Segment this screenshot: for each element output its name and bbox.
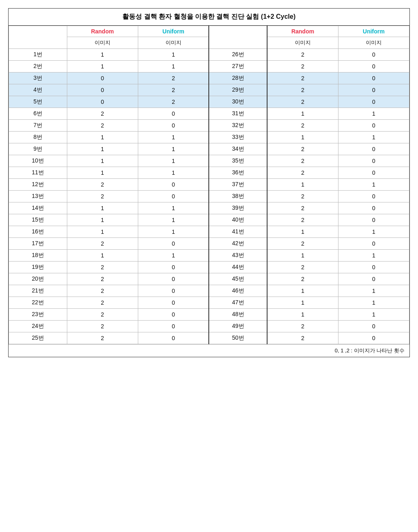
random-val-left: 1 [67,61,138,73]
uniform-val-right: 0 [338,321,409,332]
random-val-right: 2 [267,84,338,96]
random-val-left: 1 [67,202,138,214]
header-random-2: Random [267,26,338,37]
header-empty-1 [9,26,67,49]
right-id-cell: 37번 [209,179,267,191]
header-row-1: Random Uniform Random Uniform [9,26,409,37]
table-row: 1번 1 1 26번 2 0 [9,49,409,61]
table-body: 1번 1 1 26번 2 0 2번 1 1 27번 2 0 3번 0 2 28번… [9,49,409,344]
left-id-cell: 4번 [9,84,67,96]
left-id-cell: 11번 [9,167,67,179]
right-id-cell: 40번 [209,214,267,226]
table-row: 2번 1 1 27번 2 0 [9,61,409,73]
table-row: 5번 0 2 30번 2 0 [9,96,409,108]
right-id-cell: 35번 [209,155,267,167]
random-val-left: 1 [67,49,138,61]
uniform-val-left: 1 [138,167,209,179]
uniform-val-right: 0 [338,202,409,214]
right-id-cell: 28번 [209,73,267,84]
uniform-val-left: 0 [138,179,209,191]
random-val-right: 1 [267,250,338,262]
uniform-val-left: 2 [138,84,209,96]
random-val-right: 2 [267,120,338,132]
table-row: 6번 2 0 31번 1 1 [9,108,409,120]
right-id-cell: 33번 [209,132,267,143]
random-val-right: 2 [267,238,338,250]
table-row: 19번 2 0 44번 2 0 [9,262,409,273]
uniform-val-left: 1 [138,250,209,262]
left-id-cell: 21번 [9,285,67,297]
uniform-val-left: 0 [138,262,209,273]
random-val-left: 1 [67,143,138,155]
left-id-cell: 20번 [9,273,67,285]
uniform-val-left: 1 [138,132,209,143]
random-val-left: 2 [67,285,138,297]
left-id-cell: 12번 [9,179,67,191]
header-img-r1: 이미지 [67,37,138,49]
uniform-val-left: 0 [138,238,209,250]
right-id-cell: 36번 [209,167,267,179]
table-row: 22번 2 0 47번 1 1 [9,297,409,309]
right-id-cell: 29번 [209,84,267,96]
table-title: 활동성 결핵 환자 혈청을 이용한 결핵 진단 실험 (1+2 Cycle) [9,9,409,26]
uniform-val-left: 0 [138,191,209,202]
left-id-cell: 13번 [9,191,67,202]
random-val-right: 1 [267,179,338,191]
random-val-left: 1 [67,167,138,179]
uniform-val-left: 1 [138,202,209,214]
random-val-left: 2 [67,262,138,273]
random-val-left: 2 [67,179,138,191]
random-val-right: 2 [267,191,338,202]
table-row: 15번 1 1 40번 2 0 [9,214,409,226]
right-id-cell: 34번 [209,143,267,155]
uniform-val-left: 0 [138,332,209,344]
right-id-cell: 50번 [209,332,267,344]
uniform-val-left: 2 [138,96,209,108]
uniform-val-right: 1 [338,250,409,262]
random-val-right: 2 [267,143,338,155]
uniform-val-left: 0 [138,273,209,285]
right-id-cell: 46번 [209,285,267,297]
random-val-right: 1 [267,226,338,238]
right-id-cell: 44번 [209,262,267,273]
table-row: 21번 2 0 46번 1 1 [9,285,409,297]
random-val-right: 2 [267,202,338,214]
left-id-cell: 3번 [9,73,67,84]
uniform-val-right: 0 [338,143,409,155]
table-row: 12번 2 0 37번 1 1 [9,179,409,191]
random-val-right: 2 [267,332,338,344]
random-val-right: 2 [267,262,338,273]
left-id-cell: 16번 [9,226,67,238]
random-val-right: 2 [267,155,338,167]
random-val-left: 1 [67,132,138,143]
random-val-right: 2 [267,61,338,73]
right-id-cell: 39번 [209,202,267,214]
left-id-cell: 19번 [9,262,67,273]
uniform-val-left: 1 [138,143,209,155]
table-row: 25번 2 0 50번 2 0 [9,332,409,344]
left-id-cell: 25번 [9,332,67,344]
table-row: 13번 2 0 38번 2 0 [9,191,409,202]
right-id-cell: 26번 [209,49,267,61]
right-id-cell: 32번 [209,120,267,132]
random-val-left: 0 [67,73,138,84]
table-row: 3번 0 2 28번 2 0 [9,73,409,84]
uniform-val-left: 1 [138,214,209,226]
uniform-val-right: 0 [338,167,409,179]
table-row: 17번 2 0 42번 2 0 [9,238,409,250]
uniform-val-right: 1 [338,297,409,309]
table-row: 23번 2 0 48번 1 1 [9,309,409,321]
table-row: 11번 1 1 36번 2 0 [9,167,409,179]
uniform-val-right: 0 [338,61,409,73]
table-row: 9번 1 1 34번 2 0 [9,143,409,155]
table-row: 10번 1 1 35번 2 0 [9,155,409,167]
random-val-left: 2 [67,297,138,309]
uniform-val-right: 0 [338,214,409,226]
random-val-right: 1 [267,297,338,309]
right-id-cell: 30번 [209,96,267,108]
left-id-cell: 9번 [9,143,67,155]
left-id-cell: 1번 [9,49,67,61]
header-uniform-1: Uniform [138,26,209,37]
uniform-val-left: 1 [138,155,209,167]
random-val-right: 2 [267,49,338,61]
